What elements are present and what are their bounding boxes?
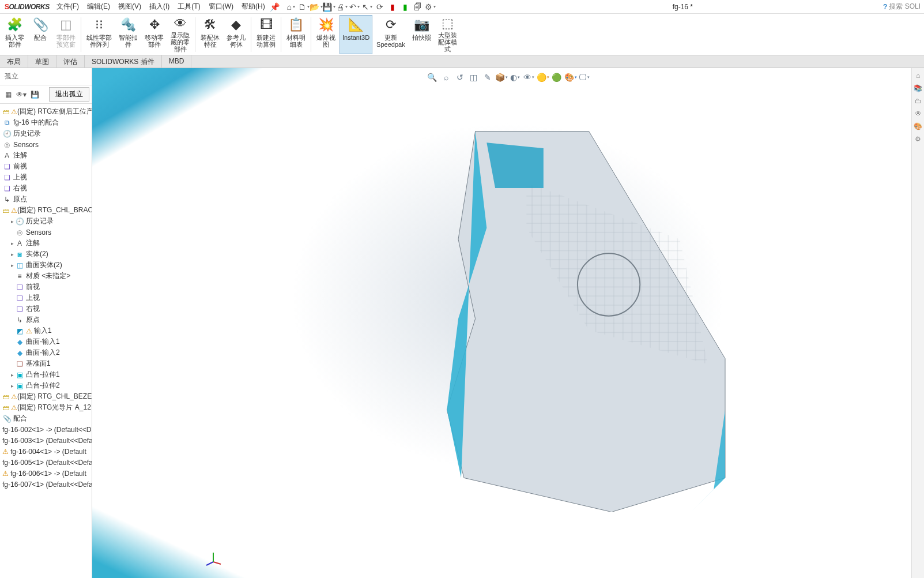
menu-tools[interactable]: 工具(T) [174,0,203,13]
rb-assembly-feature[interactable]: 🛠装配体 特征 [198,15,222,54]
mate-icon: 📎 [32,17,49,33]
task-library-icon[interactable]: 📚 [914,84,923,93]
tree-import1[interactable]: ◩⚠输入1 [0,325,92,336]
menu-file[interactable]: 文件(F) [53,0,82,13]
rb-snapshot[interactable]: 📷拍快照 [409,15,434,54]
tree-annotations[interactable]: A注解 [0,150,92,161]
note-icon: A [15,239,24,248]
rb-update-speedpak[interactable]: ⟳更新 Speedpak [374,15,408,54]
tab-mbd[interactable]: MBD [162,55,192,67]
tree-extrude2[interactable]: ▸▣凸台-拉伸2 [0,380,92,391]
menu-edit[interactable]: 编辑(E) [84,0,114,13]
tree-surf-import1[interactable]: ◆曲面-输入1 [0,336,92,347]
tree-sub-history[interactable]: ▸🕘历史记录 [0,216,92,227]
tree-fg2[interactable]: fg-16-002<1> -> (Default<<D [0,424,92,435]
rb-move-component[interactable]: ✥移动零 部件 [142,15,167,54]
tree-mates-folder[interactable]: 📎配合 [0,413,92,424]
tree-surf-import2[interactable]: ◆曲面-输入2 [0,347,92,358]
options-icon[interactable]: ⚙ [425,2,436,12]
tab-layout[interactable]: 布局 [0,55,28,67]
menu-insert[interactable]: 插入(I) [146,0,173,13]
rb-mate[interactable]: 📎配合 [28,15,52,54]
search-box[interactable]: ? 搜索 SOLI [883,2,924,12]
task-view-icon[interactable]: 👁 [914,110,923,119]
tree-sub-sensors[interactable]: ◎Sensors [0,227,92,238]
menu-window[interactable]: 窗口(W) [205,0,237,13]
menu-help[interactable]: 帮助(H) [238,0,269,13]
task-home-icon[interactable]: ⌂ [914,72,923,81]
exit-isolate-button[interactable]: 退出孤立 [49,87,89,102]
tree-fg5[interactable]: fg-16-005<1> (Default<<Defa [0,457,92,468]
tab-evaluate[interactable]: 评估 [56,55,85,67]
tree-right-plane[interactable]: ❑右视 [0,183,92,194]
plane-icon: ❑ [2,173,12,182]
tree-fg4[interactable]: ⚠fg-16-004<1> -> (Default [0,446,92,457]
warning-icon: ⚠ [2,470,10,478]
tree-fg7[interactable]: fg-16-007<1> (Default<<Defa [0,479,92,490]
panel-tool-save-icon[interactable]: 💾 [29,89,40,100]
task-explorer-icon[interactable]: 🗀 [914,97,923,106]
task-appearance-icon[interactable]: 🎨 [914,122,923,132]
feature-tree: 🗃⚠(固定) RTG左侧后工位产品-< ⧉fg-16 中的配合 🕘历史记录 ◎S… [0,104,92,578]
tree-solids[interactable]: ▸◙实体(2) [0,249,92,260]
tree-sub-front[interactable]: ❑前视 [0,282,92,292]
undo-icon[interactable]: ↶ [349,2,360,12]
panel-tool-grid-icon[interactable]: ▦ [2,89,14,100]
tree-fg6[interactable]: ⚠fg-16-006<1> -> (Default [0,468,92,479]
task-custom-icon[interactable]: ⚙ [914,135,923,144]
svg-line-6 [213,562,221,564]
tree-front-plane[interactable]: ❑前视 [0,161,92,172]
motion-icon: 🎞 [258,17,275,33]
tree-history[interactable]: 🕘历史记录 [0,128,92,139]
home-icon[interactable]: ⌂ [286,2,296,12]
sensors-icon: ◎ [15,228,24,237]
rb-linear-pattern[interactable]: ⁝⁝线性零部 件阵列 [84,15,115,54]
tree-sub-bezel[interactable]: 🗃⚠(固定) RTG_CHL_BEZEL [0,391,92,402]
tree-fg3[interactable]: fg-16-003<1> (Default<<Defa [0,435,92,446]
rb-exploded-view[interactable]: 💥爆炸视 图 [314,15,338,54]
panel-tool-eye-icon[interactable]: 👁▾ [16,89,27,100]
orientation-triad[interactable] [205,550,222,568]
rb-new-motion-study[interactable]: 🎞新建运 动算例 [254,15,278,54]
rb-large-assembly[interactable]: ⬚大型装 配体模 式 [435,15,460,54]
rb-smart-fasteners[interactable]: 🔩智能扣 件 [116,15,141,54]
warning-icon: ⚠ [2,448,10,456]
tree-mates[interactable]: ⧉fg-16 中的配合 [0,117,92,128]
tree-extrude1[interactable]: ▸▣凸台-拉伸1 [0,369,92,380]
tree-sub-right[interactable]: ❑右视 [0,303,92,314]
tree-top-plane[interactable]: ❑上视 [0,172,92,183]
tree-root-assembly[interactable]: 🗃⚠(固定) RTG左侧后工位产品-< [0,106,92,117]
tree-sub-annotations[interactable]: ▸A注解 [0,238,92,249]
rb-instant3d[interactable]: 📐Instant3D [340,15,372,54]
open-icon[interactable]: 📂 [311,2,322,12]
tree-sub-origin[interactable]: ↳原点 [0,314,92,325]
tree-sensors[interactable]: ◎Sensors [0,139,92,150]
3d-viewport[interactable]: 🔍 ⌕ ↺ ◫ ✎ 📦 ◐ 👁 🟡 🟢 🎨 🖵 [92,68,924,578]
doc-props-icon[interactable]: 🗐 [413,2,423,12]
rb-preview-window: ◫零部件 预览窗 [54,15,78,54]
tree-sub-top[interactable]: ❑上视 [0,292,92,303]
pin-icon[interactable]: 📌 [270,2,280,12]
select-icon[interactable]: ↖ [362,2,372,12]
print-icon[interactable]: 🖨 [337,2,347,12]
tab-sketch[interactable]: 草图 [28,55,56,67]
rb-reference-geometry[interactable]: ◆参考几 何体 [224,15,248,54]
svg-line-8 [206,562,213,565]
tab-sw-addins[interactable]: SOLIDWORKS 插件 [85,55,162,67]
menu-view[interactable]: 视图(V) [115,0,145,13]
rb-bom[interactable]: 📋材料明 细表 [284,15,308,54]
rb-show-hidden[interactable]: 👁显示隐 藏的零 部件 [168,15,193,54]
tree-sub-bracket[interactable]: 🗃⚠(固定) RTG_CHL_BRACK [0,205,92,216]
tree-surfaces[interactable]: ▸◫曲面实体(2) [0,260,92,271]
tree-sub-light[interactable]: 🗃⚠(固定) RTG光导片 A_12 [0,402,92,413]
tree-datum1[interactable]: ❑基准面1 [0,358,92,369]
tree-material[interactable]: ≡材质 <未指定> [0,271,92,282]
plane-icon: ❑ [2,162,12,171]
new-icon[interactable]: 🗋 [299,2,309,12]
tree-origin[interactable]: ↳原点 [0,194,92,205]
save-icon[interactable]: 💾 [324,2,334,12]
part-icon: 🗃 [2,392,9,401]
move-icon: ✥ [146,17,163,33]
rb-insert-component[interactable]: 🧩插入零 部件 [2,15,27,54]
rebuild-icon[interactable]: ⟳ [375,2,385,12]
